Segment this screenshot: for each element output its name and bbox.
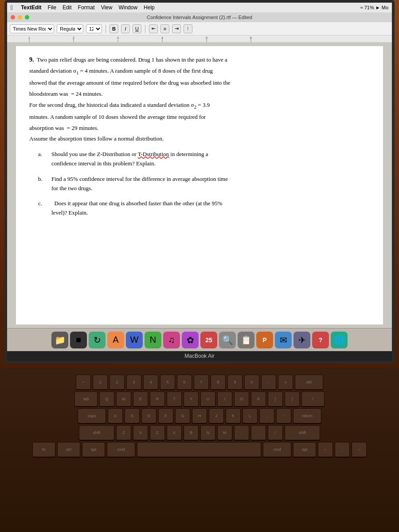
key-lshift[interactable]: shift [79,425,114,440]
key-n[interactable]: N [200,425,215,440]
key-comma[interactable]: , [234,425,249,440]
key-p[interactable]: P [251,391,266,407]
key-backslash[interactable]: \ [301,391,325,407]
key-quote[interactable]: ' [276,408,291,423]
key-8[interactable]: 8 [211,375,226,390]
key-h[interactable]: H [192,408,207,423]
key-slash[interactable]: / [268,425,283,440]
key-semicolon[interactable]: ; [259,408,274,423]
dock-icon-clipboard[interactable]: 📋 [238,332,254,348]
dock-icon-finder[interactable]: 📁 [51,332,68,348]
key-6[interactable]: 6 [177,375,192,390]
key-1[interactable]: 1 [93,375,108,390]
key-rcmd[interactable]: cmd [263,442,291,457]
key-a[interactable]: A [108,408,123,423]
dock-icon-safari[interactable]: ↻ [89,332,106,348]
key-b[interactable]: B [184,425,199,440]
key-delete[interactable]: del [295,375,323,390]
list-button[interactable]: ⁝ [184,24,192,33]
key-o[interactable]: O [234,391,249,407]
key-7[interactable]: 7 [194,375,209,390]
menu-view[interactable]: View [101,4,113,11]
dock-icon-notes[interactable]: N [145,332,161,348]
close-button[interactable] [11,15,15,20]
key-rshift[interactable]: shift [285,425,320,440]
key-i[interactable]: I [217,391,232,407]
key-left[interactable]: ← [318,442,333,457]
key-j[interactable]: J [209,408,224,423]
bold-button[interactable]: B [110,24,118,33]
key-return[interactable]: return [293,408,321,423]
key-c[interactable]: C [150,425,165,440]
dock-icon-search[interactable]: 🔍 [219,332,236,348]
key-ctrl[interactable]: ctrl [57,442,80,457]
menu-edit[interactable]: Edit [63,4,72,11]
key-space[interactable] [137,442,261,457]
key-m[interactable]: M [217,425,232,440]
key-y[interactable]: Y [184,391,199,407]
dock-icon-help[interactable]: ? [312,332,329,348]
key-f[interactable]: F [158,408,173,423]
key-period[interactable]: . [251,425,266,440]
key-right[interactable]: → [352,442,367,457]
menu-format[interactable]: Format [78,4,95,11]
font-size-select[interactable]: 12 [86,24,102,33]
dock-icon-chrome[interactable]: 🌐 [331,332,348,348]
key-g[interactable]: G [175,408,190,423]
key-r[interactable]: R [150,391,165,407]
dock-icon-word[interactable]: W [126,332,143,348]
key-lbracket[interactable]: [ [268,391,283,407]
dock-icon-itunes[interactable]: ✿ [182,332,199,348]
key-roption[interactable]: opt [293,442,316,457]
key-u[interactable]: U [200,391,215,407]
key-tilde[interactable]: ~ [76,375,91,390]
dock-icon-a[interactable]: A [107,332,124,348]
key-z[interactable]: Z [116,425,131,440]
menu-file[interactable]: File [48,4,56,11]
key-3[interactable]: 3 [126,375,141,390]
align-left-button[interactable]: ⇤ [149,24,158,33]
key-minus[interactable]: - [261,375,276,390]
key-2[interactable]: 2 [110,375,125,390]
maximize-button[interactable] [25,15,29,20]
key-x[interactable]: X [133,425,148,440]
key-9[interactable]: 9 [227,375,243,390]
align-right-button[interactable]: ⇥ [172,24,181,33]
document-content[interactable]: 9. Two pain relief drugs are being consi… [16,46,383,325]
key-k[interactable]: K [226,408,241,423]
dock-icon-mail[interactable]: ✉ [275,332,292,348]
key-v[interactable]: V [167,425,182,440]
key-tab[interactable]: tab [74,391,98,407]
key-d[interactable]: D [141,408,156,423]
key-option[interactable]: opt [82,442,105,457]
key-5[interactable]: 5 [160,375,175,390]
key-e[interactable]: E [133,391,148,407]
key-l[interactable]: L [243,408,258,423]
minimize-button[interactable] [18,15,22,20]
key-caps[interactable]: caps [78,408,106,423]
key-w[interactable]: W [116,391,131,407]
menu-window[interactable]: Window [118,4,137,11]
menu-help[interactable]: Help [144,4,155,11]
menu-textedit[interactable]: TextEdit [21,4,41,11]
key-0[interactable]: 0 [244,375,259,390]
font-style-select[interactable]: Regular [57,24,83,33]
dock-icon-music[interactable]: ♫ [163,332,180,348]
key-lcmd[interactable]: cmd [107,442,135,457]
key-4[interactable]: 4 [143,375,158,390]
italic-button[interactable]: I [121,24,130,33]
key-rbracket[interactable]: ] [285,391,300,407]
underline-button[interactable]: U [133,24,141,33]
key-s[interactable]: S [125,408,140,423]
key-fn[interactable]: fn [32,442,55,457]
key-equals[interactable]: = [278,375,293,390]
dock-icon-airdrop[interactable]: ✈ [293,332,310,348]
font-family-select[interactable]: Times New Roman [10,24,54,33]
dock-icon-powerpoint[interactable]: P [256,332,273,348]
key-q[interactable]: Q [99,391,114,407]
dock-icon-calendar[interactable]: 25 [200,332,217,348]
key-updown[interactable]: ↑ ↓ [335,442,350,457]
key-t[interactable]: T [167,391,182,407]
align-center-button[interactable]: ≡ [160,24,169,33]
dock-icon-launchpad[interactable]: ■ [70,332,87,348]
